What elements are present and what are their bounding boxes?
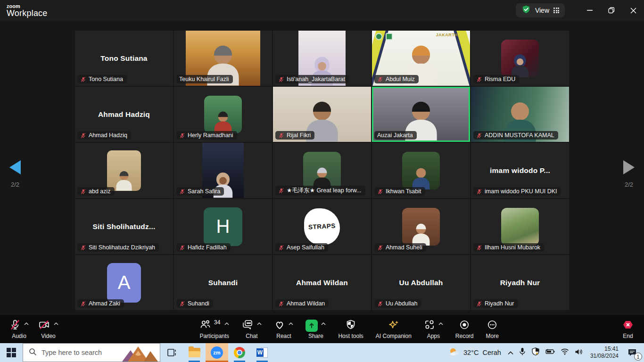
next-page-arrow[interactable]: 2/2 (619, 160, 638, 188)
restore-button[interactable] (601, 0, 622, 21)
mic-muted-icon (80, 76, 86, 82)
frame-badge-icon (386, 33, 393, 40)
participant-display-name: Ahmad Wildan (296, 279, 348, 287)
taskbar-search-input[interactable]: Type here to search (23, 343, 160, 362)
participant-tile[interactable]: Ahmad WildanAhmad Wildan (273, 255, 371, 310)
participant-avatar (501, 40, 539, 77)
view-button[interactable]: View (516, 3, 565, 17)
video-menu-chevron[interactable] (54, 319, 58, 327)
audio-menu-chevron[interactable] (24, 319, 29, 327)
participant-tile[interactable]: Rijal Fikri (273, 87, 371, 142)
participant-name-label: Teuku Khairul Fazli (176, 75, 233, 83)
share-screen-icon (305, 320, 318, 332)
taskbar-zoom-app[interactable]: zm (206, 343, 228, 362)
title-bar: zoom Workplace View (0, 0, 644, 21)
security-shield-icon (521, 5, 531, 16)
participant-tile[interactable]: Riyadh NurRiyadh Nur (471, 255, 569, 310)
participant-name-label: Tono Sutiana (77, 75, 127, 83)
participant-tile[interactable]: Teuku Khairul Fazli (174, 31, 272, 86)
participant-tile[interactable]: Tono SutianaTono Sutiana (75, 31, 173, 86)
participant-tile[interactable]: Ikhwan Tsabit (372, 143, 470, 198)
page-indicator: 2/2 (6, 181, 25, 188)
share-menu-chevron[interactable] (321, 319, 326, 327)
participants-menu-chevron[interactable] (224, 319, 229, 327)
tray-speaker-icon[interactable] (575, 348, 584, 357)
windows-taskbar: Type here to search zm W 32°C Cerah (0, 343, 644, 362)
host-tools-button[interactable]: Host tools (333, 317, 368, 341)
tray-chevron-up-icon[interactable] (508, 348, 513, 357)
previous-page-arrow[interactable]: 2/2 (6, 160, 25, 188)
participant-tile[interactable]: Uu AbdullahUu Abdullah (372, 255, 470, 310)
close-button[interactable] (622, 0, 644, 21)
notification-center-button[interactable]: 1 (625, 346, 639, 359)
tray-security-shield-icon[interactable] (531, 347, 540, 358)
apps-button[interactable]: Apps (419, 317, 448, 341)
taskbar-clock[interactable]: 15:41 31/08/2024 (590, 346, 619, 360)
participant-tile[interactable]: ADDIN MUSTOFA KAMAL (471, 87, 569, 142)
participant-tile[interactable]: STRAPSAsep Saifullah (273, 199, 371, 254)
weather-sun-cloud-icon (448, 347, 460, 359)
taskbar-word[interactable]: W (251, 343, 273, 362)
participant-tile[interactable]: abd aziz (75, 143, 173, 198)
minimize-button[interactable] (579, 0, 601, 21)
participants-count: 34 (214, 319, 220, 326)
participant-tile[interactable]: Risma EDU (471, 31, 569, 86)
participant-display-name: Tono Sutiana (100, 54, 147, 63)
mic-muted-icon (80, 132, 86, 139)
participant-name-label: Ahmad Hadziq (77, 131, 131, 140)
participant-tile[interactable]: Siti Sholihatudz...Siti Sholihatudz Dzik… (75, 199, 173, 254)
start-button[interactable] (0, 343, 23, 362)
tray-mic-icon[interactable] (519, 347, 526, 358)
video-label: Video (41, 333, 55, 339)
share-button[interactable]: Share (301, 317, 330, 341)
more-button[interactable]: More (481, 317, 504, 341)
ai-companion-button[interactable]: AI Companion (371, 317, 416, 341)
task-view-button[interactable] (160, 343, 183, 362)
participant-tile[interactable]: JAKARTAAbdul Muiz (372, 31, 470, 86)
mic-muted-icon (278, 188, 284, 194)
participant-tile[interactable]: Sarah Safira (174, 143, 272, 198)
mic-muted-icon (80, 189, 86, 195)
ai-companion-label: AI Companion (376, 333, 412, 339)
participant-name-label: Suhandi (176, 299, 213, 308)
search-highlight-mountain-image[interactable] (119, 345, 160, 362)
participant-tile[interactable]: Isti'anah_JakartaBarat (273, 31, 371, 86)
participant-tile[interactable]: Auzai Jakarta (372, 87, 470, 142)
chat-menu-chevron[interactable] (257, 319, 262, 327)
react-button[interactable]: React (269, 317, 298, 341)
word-icon: W (256, 347, 268, 358)
taskbar-file-explorer[interactable] (183, 343, 206, 362)
participant-tile[interactable]: imam widodo P...imam widodo PKU MUI DKI (471, 143, 569, 198)
participant-tile[interactable]: Ahmad HadziqAhmad Hadziq (75, 87, 173, 142)
end-button[interactable]: End (617, 317, 639, 341)
chrome-icon (234, 347, 245, 358)
participant-tile[interactable]: AAhmad Zaki (75, 255, 173, 310)
participant-tile[interactable]: Herly Ramadhani (174, 87, 272, 142)
video-button[interactable]: Video (33, 317, 63, 341)
avatar-letter: H (216, 216, 230, 237)
participant-tile[interactable]: Ahmad Suheli (372, 199, 470, 254)
taskbar-weather[interactable]: 32°C Cerah (448, 347, 501, 359)
participant-display-name: Ahmad Hadziq (98, 110, 150, 119)
participant-tile[interactable]: SuhandiSuhandi (174, 255, 272, 310)
participant-display-name: imam widodo P... (490, 166, 550, 175)
view-label: View (535, 7, 549, 14)
taskbar-chrome[interactable] (228, 343, 251, 362)
react-label: React (276, 333, 291, 339)
tray-wifi-icon[interactable] (561, 348, 569, 357)
participant-tile[interactable]: Ilham Husni Mubarok (471, 199, 569, 254)
react-menu-chevron[interactable] (289, 319, 293, 327)
participant-display-name: Siti Sholihatudz... (93, 222, 156, 231)
audio-button[interactable]: Audio (5, 317, 33, 341)
participant-avatar (303, 152, 341, 189)
apps-menu-chevron[interactable] (438, 319, 443, 327)
record-button[interactable]: Record (451, 317, 479, 341)
tray-battery-icon[interactable] (545, 348, 555, 357)
mic-muted-icon (278, 245, 284, 251)
participant-tile[interactable]: ★毛泽东★ Great leap forw... (273, 143, 371, 198)
participant-tile[interactable]: HHafidz Fadillah (174, 199, 272, 254)
participants-button[interactable]: 34 Participants (195, 317, 234, 341)
apps-icon (424, 319, 435, 332)
chat-button[interactable]: Chat (237, 317, 266, 341)
chat-label: Chat (246, 333, 257, 339)
